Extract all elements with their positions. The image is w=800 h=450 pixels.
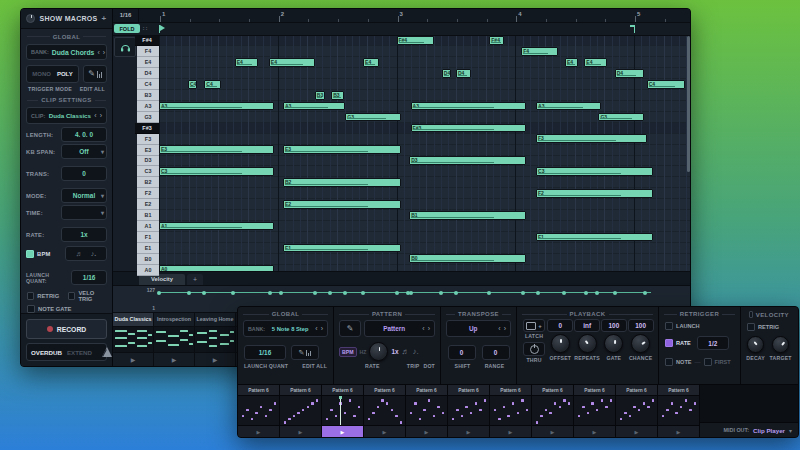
pattern-tile-play-button[interactable]: ▶ (490, 425, 531, 437)
pattern-edit-button[interactable]: ✎ (339, 320, 361, 337)
key-label-b2[interactable]: B2 (137, 177, 159, 188)
overdub-toggle[interactable]: OVERDUB (31, 349, 62, 356)
bpm-checkbox[interactable] (26, 250, 34, 258)
midi-note-b3[interactable]: B3 (331, 91, 344, 100)
pattern-selector[interactable]: Pattern ‹ › (364, 320, 435, 337)
midi-note-f#3[interactable]: F#3 (411, 124, 526, 133)
gate-value[interactable]: 100 (601, 319, 627, 332)
key-label-c4[interactable]: C4 (137, 79, 159, 90)
clip-next-icon[interactable]: › (100, 112, 102, 119)
midi-note-d4[interactable]: D4 (615, 69, 644, 78)
retrigger-rate-value[interactable]: 1/2 (697, 336, 729, 350)
pw-bank-selector[interactable]: BANK: 5 Note 8 Step ‹ › (243, 320, 328, 337)
retrigger-launch-checkbox[interactable] (665, 322, 673, 330)
key-label-f#3[interactable]: F#3 (135, 123, 159, 134)
retrigger-note-checkbox[interactable] (665, 358, 673, 366)
key-label-f3[interactable]: F3 (137, 134, 159, 145)
triplet-icon[interactable]: ♬ (76, 250, 83, 257)
poly-option[interactable]: POLY (57, 71, 73, 77)
param-value[interactable]: 1x (61, 227, 107, 242)
latch-button[interactable]: + (523, 319, 545, 332)
key-label-e3[interactable]: E3 (137, 145, 159, 156)
transpose-direction-selector[interactable]: Up ‹ › (446, 320, 511, 337)
show-macros-bar[interactable]: SHOW MACROS + (21, 9, 112, 29)
velocity-point[interactable] (313, 291, 317, 295)
midi-out-bar[interactable]: MIDI OUT: Clip Player ▾ (700, 422, 798, 437)
velocity-enable-checkbox[interactable] (749, 311, 753, 318)
vertical-scrollbar[interactable] (687, 36, 690, 172)
midi-note-e4[interactable]: E4 (565, 58, 578, 67)
midi-note-g3[interactable]: G3 (598, 113, 644, 122)
midi-note-a3[interactable]: A3 (536, 102, 601, 111)
key-label-f#4[interactable]: F#4 (135, 36, 159, 47)
velocity-point[interactable] (536, 291, 540, 295)
midi-note-d4[interactable]: D4 (442, 69, 452, 78)
midi-note-e3[interactable]: E3 (283, 145, 401, 154)
trigger-mode-toggle[interactable]: MONO POLY (26, 65, 79, 83)
chance-value[interactable]: 100 (628, 319, 654, 332)
record-button[interactable]: RECORD (26, 319, 107, 339)
key-label-f1[interactable]: F1 (137, 232, 159, 243)
pattern-tile-6[interactable]: Pattern 6▶ (448, 385, 490, 437)
midi-note-f3[interactable]: F3 (536, 134, 647, 143)
pattern-tile-5[interactable]: Pattern 6▶ (406, 385, 448, 437)
param-value[interactable]: 4. 0. 0 (61, 127, 107, 142)
retrigger-first-checkbox[interactable] (704, 358, 712, 366)
velocity-point[interactable] (343, 291, 347, 295)
pattern-tile-play-button[interactable]: ▶ (616, 425, 657, 437)
midi-note-c4[interactable]: C4 (647, 80, 686, 89)
velocity-point[interactable] (268, 291, 272, 295)
key-label-d4[interactable]: D4 (137, 68, 159, 79)
velocity-point[interactable] (595, 291, 599, 295)
midi-note-a1[interactable]: A1 (159, 222, 274, 231)
pattern-tile-play-button[interactable]: ▶ (406, 425, 447, 437)
param-value[interactable]: ▾ (61, 205, 107, 220)
velo-trig-checkbox[interactable] (68, 292, 75, 300)
offset-knob[interactable] (551, 334, 570, 353)
clip-preview[interactable] (195, 327, 236, 352)
clip-tab-duda-classics[interactable]: Duda Classics (113, 313, 154, 326)
clip-selector[interactable]: CLIP: Duda Classics ‹ › (26, 107, 107, 124)
clip-preview[interactable] (113, 327, 154, 352)
key-label-a3[interactable]: A3 (137, 101, 159, 112)
pw-bank-prev-icon[interactable]: ‹ (315, 325, 317, 332)
velocity-point[interactable] (187, 291, 191, 295)
clip-play-button[interactable]: ▶ (113, 353, 154, 366)
pattern-tile-11[interactable]: Pattern 6▶ (658, 385, 700, 437)
pw-launch-quant-value[interactable]: 1/16 (244, 345, 286, 360)
velocity-point[interactable] (584, 291, 588, 295)
key-label-a0[interactable]: A0 (137, 265, 159, 276)
bank-next-icon[interactable]: › (103, 49, 105, 56)
midi-note-b2[interactable]: B2 (283, 178, 401, 187)
note-gate-checkbox[interactable] (27, 305, 35, 313)
pattern-tile-play-button[interactable]: ▶ (280, 425, 321, 437)
retrig-checkbox[interactable] (27, 292, 34, 300)
triplet-icon[interactable]: ♬ (402, 348, 410, 356)
extend-toggle[interactable]: EXTEND (67, 349, 92, 356)
pattern-tile-7[interactable]: Pattern 6▶ (490, 385, 532, 437)
key-label-e1[interactable]: E1 (137, 243, 159, 254)
edit-all-button[interactable]: ✎ (83, 65, 107, 83)
timeline-ruler[interactable]: 12345 (139, 9, 690, 22)
transpose-prev-icon[interactable]: ‹ (498, 325, 500, 332)
transpose-next-icon[interactable]: › (504, 325, 506, 332)
midi-note-f#4[interactable]: F#4 (489, 36, 504, 45)
pw-bank-next-icon[interactable]: › (321, 325, 323, 332)
midi-note-a0[interactable]: A0 (159, 265, 274, 270)
key-label-e4[interactable]: E4 (137, 57, 159, 68)
pattern-tile-4[interactable]: Pattern 6▶ (364, 385, 406, 437)
shift-value[interactable]: 0 (448, 345, 476, 360)
dotted-note-icon[interactable]: ♪. (413, 348, 419, 356)
velocity-point[interactable] (562, 291, 566, 295)
midi-note-f2[interactable]: F2 (536, 189, 653, 198)
clip-play-button[interactable]: ▶ (154, 353, 195, 366)
rate-sync-toggle[interactable]: BPM (339, 347, 357, 357)
key-label-e2[interactable]: E2 (137, 199, 159, 210)
retrigger-rate-checkbox[interactable] (665, 339, 673, 347)
velocity-point[interactable] (231, 291, 235, 295)
gate-knob[interactable] (604, 334, 623, 353)
pattern-tile-2[interactable]: Pattern 6▶ (280, 385, 322, 437)
velocity-point[interactable] (521, 291, 525, 295)
velocity-point[interactable] (454, 291, 458, 295)
param-value[interactable]: Normal▾ (61, 188, 107, 203)
